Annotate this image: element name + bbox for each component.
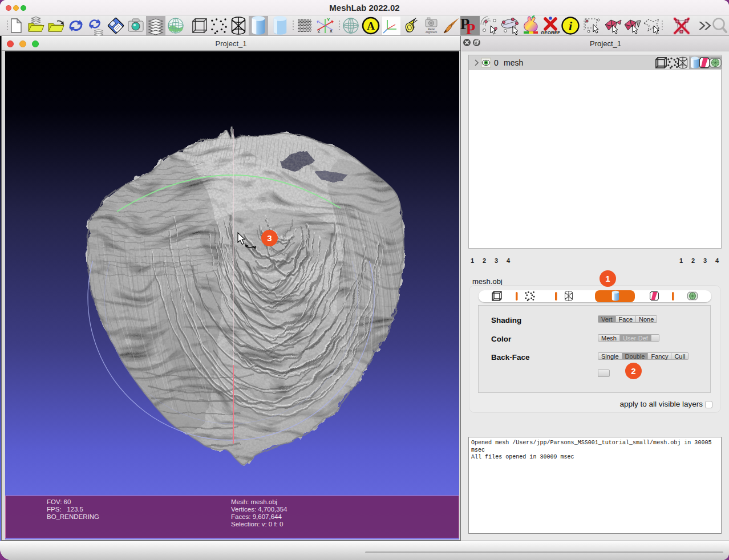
svg-text:GEOREF: GEOREF: [541, 30, 560, 35]
svg-text:Alignment: Alignment: [426, 31, 438, 34]
svg-text:i: i: [569, 19, 573, 33]
svg-text:mesh: mesh: [504, 58, 523, 67]
svg-text:0: 0: [494, 58, 499, 67]
svg-text:X: X: [330, 29, 333, 33]
svg-text:Z: Z: [318, 29, 321, 33]
svg-text:P: P: [466, 21, 476, 36]
svg-text:A: A: [367, 20, 375, 32]
svg-text:Y: Y: [327, 17, 330, 22]
